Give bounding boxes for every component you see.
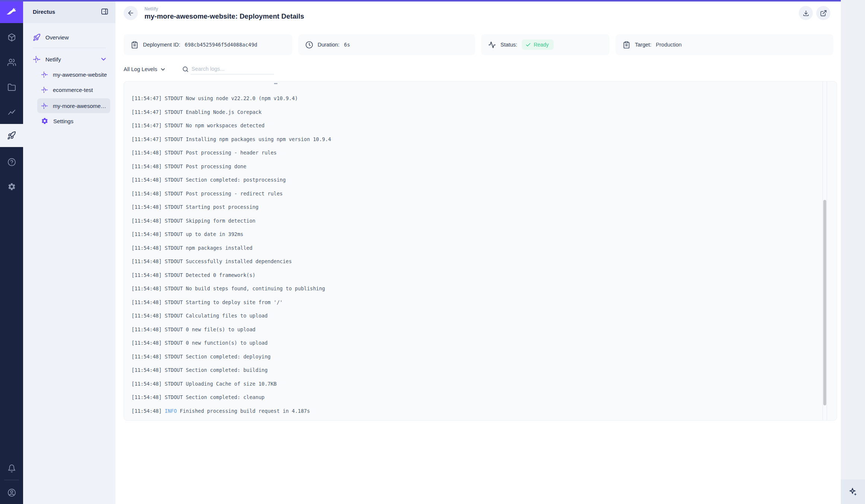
log-line: [11:54:48] STDOUT Starting post processi… bbox=[131, 200, 814, 214]
log-timestamp: [11:54:48] bbox=[131, 245, 162, 251]
log-line: [11:54:48] STDOUT Detected 0 framework(s… bbox=[131, 268, 814, 282]
log-message: Uploading Cache of size 10.7KB bbox=[186, 381, 277, 387]
module-settings-button[interactable] bbox=[0, 175, 23, 198]
log-scrollbar-track[interactable] bbox=[823, 82, 827, 420]
log-timestamp: [11:54:48] bbox=[131, 340, 162, 346]
sidebar-item-site-ecommerce-test[interactable]: ecommerce-test bbox=[41, 82, 109, 97]
log-level: STDOUT bbox=[165, 272, 183, 278]
stat-label: Deployment ID: bbox=[143, 42, 180, 48]
activity-icon bbox=[488, 41, 496, 49]
clock-icon bbox=[305, 41, 313, 49]
log-line: [11:54:48] STDOUT Post processing done bbox=[131, 160, 814, 173]
log-level: INFO bbox=[165, 408, 177, 414]
log-timestamp: [11:54:48] bbox=[131, 394, 162, 400]
log-level-dropdown[interactable]: All Log Levels bbox=[124, 66, 166, 73]
log-message: Section completed: cleanup bbox=[186, 394, 264, 400]
log-timestamp: [11:54:48] bbox=[131, 258, 162, 264]
log-timestamp: [11:54:48] bbox=[131, 408, 162, 414]
notifications-button[interactable] bbox=[0, 457, 23, 480]
open-external-button[interactable] bbox=[816, 6, 830, 20]
chevron-down-icon bbox=[160, 66, 166, 73]
stat-deployment-id: Deployment ID: 698cb4525946f5d4088ac49d bbox=[124, 34, 292, 55]
log-line: [11:54:47] STDOUT No npm workspaces dete… bbox=[131, 119, 814, 133]
user-circle-icon bbox=[7, 488, 16, 497]
log-timestamp: [11:54:48] bbox=[131, 326, 162, 332]
log-line: [11:54:48] STDOUT Post processing - redi… bbox=[131, 187, 814, 201]
log-timestamp: [11:54:48] bbox=[131, 177, 162, 183]
log-level: STDOUT bbox=[165, 177, 183, 183]
module-insights-button[interactable] bbox=[0, 101, 23, 124]
stat-label: Status: bbox=[500, 42, 517, 48]
log-level: STDOUT bbox=[165, 367, 183, 373]
help-button[interactable] bbox=[0, 150, 23, 173]
stat-label: Duration: bbox=[318, 42, 340, 48]
duration-value: 6s bbox=[344, 42, 350, 48]
log-line: [11:54:48] STDOUT Section completed: cle… bbox=[131, 390, 814, 404]
header-actions bbox=[799, 6, 830, 20]
log-message: npm packages installed bbox=[186, 245, 252, 251]
check-icon bbox=[525, 42, 531, 48]
rabbit-logo-icon bbox=[5, 5, 18, 18]
log-message: Detected 0 framework(s) bbox=[186, 272, 255, 278]
log-search bbox=[182, 64, 274, 74]
app-root: Directus Overview bbox=[0, 0, 865, 504]
collapse-sidebar-button[interactable] bbox=[101, 7, 109, 16]
log-timestamp: [11:54:48] bbox=[131, 163, 162, 169]
download-logs-button[interactable] bbox=[799, 6, 813, 20]
sidebar-item-overview[interactable]: Overview bbox=[33, 30, 107, 45]
log-timestamp: [11:54:48] bbox=[131, 354, 162, 360]
users-icon bbox=[7, 58, 16, 67]
status-text: Ready bbox=[534, 42, 548, 48]
chevron-down-icon[interactable] bbox=[100, 55, 107, 63]
gear-icon bbox=[41, 117, 48, 125]
log-message: Post processing - redirect rules bbox=[186, 191, 283, 197]
search-logs-input[interactable] bbox=[191, 64, 274, 74]
log-level: STDOUT bbox=[165, 95, 183, 101]
back-button[interactable] bbox=[124, 6, 138, 20]
log-level: STDOUT bbox=[165, 354, 183, 360]
sidebar-item-settings[interactable]: Settings bbox=[41, 114, 109, 128]
rocket-icon bbox=[7, 131, 16, 140]
log-level: STDOUT bbox=[165, 109, 183, 115]
log-level: STDOUT bbox=[165, 326, 183, 332]
netlify-spark-icon bbox=[41, 102, 48, 109]
log-message: 0 new function(s) to upload bbox=[186, 340, 267, 346]
log-level: STDOUT bbox=[165, 218, 183, 224]
log-level: STDOUT bbox=[165, 340, 183, 346]
user-menu-button[interactable] bbox=[0, 481, 23, 504]
log-line: [11:54:48] STDOUT Section completed: dep… bbox=[131, 350, 814, 364]
log-line: [11:54:48] STDOUT Post processing - head… bbox=[131, 146, 814, 160]
sidebar-item-site-my-awesome-website[interactable]: my-awesome-website bbox=[41, 67, 109, 82]
sidebar-item-site-my-more-awesome-website-active[interactable]: my-more-awesome-website bbox=[37, 98, 110, 113]
main-content: Netlify my-more-awesome-website: Deploym… bbox=[115, 0, 841, 504]
log-level: STDOUT bbox=[165, 204, 183, 210]
log-message: No npm workspaces detected bbox=[186, 122, 264, 128]
directus-logo[interactable] bbox=[0, 0, 23, 23]
log-timestamp: [11:54:47] bbox=[131, 95, 162, 101]
folder-icon bbox=[7, 83, 16, 92]
module-content-button[interactable] bbox=[0, 26, 23, 49]
log-level-dropdown-label: All Log Levels bbox=[124, 66, 157, 72]
log-level: STDOUT bbox=[165, 299, 183, 305]
log-message: No build steps found, continuing to publ… bbox=[186, 286, 325, 291]
module-rail bbox=[0, 0, 23, 504]
sidebar-group-netlify[interactable]: Netlify bbox=[33, 52, 107, 67]
arrow-left-icon bbox=[127, 9, 134, 17]
sidebar-item-label: Overview bbox=[45, 34, 69, 41]
ai-assistant-button[interactable] bbox=[841, 479, 865, 504]
module-netlify-button[interactable] bbox=[0, 124, 23, 147]
gear-icon bbox=[7, 182, 16, 191]
log-message: Installing npm packages using npm versio… bbox=[186, 136, 331, 142]
clipboard-icon bbox=[131, 41, 139, 49]
module-files-button[interactable] bbox=[0, 76, 23, 99]
clipped-log-fragment bbox=[274, 83, 277, 84]
log-message: Starting post processing bbox=[186, 204, 258, 210]
netlify-spark-icon bbox=[41, 71, 48, 78]
log-scrollbar-thumb[interactable] bbox=[823, 200, 826, 405]
log-timestamp: [11:54:47] bbox=[131, 136, 162, 142]
target-value: Production bbox=[656, 42, 681, 48]
module-users-button[interactable] bbox=[0, 51, 23, 74]
log-level: STDOUT bbox=[165, 150, 183, 156]
log-timestamp: [11:54:48] bbox=[131, 231, 162, 237]
log-message: up to date in 392ms bbox=[186, 231, 243, 237]
